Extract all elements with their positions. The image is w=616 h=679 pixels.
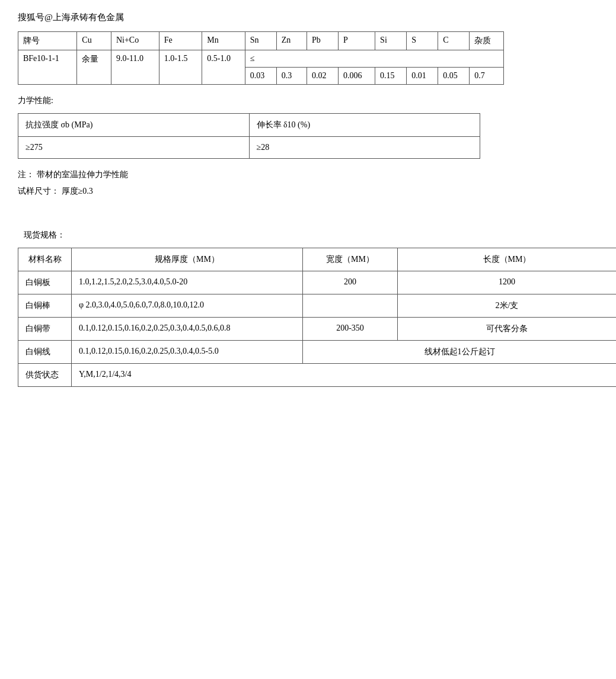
col-header-impurity: 杂质 [470, 32, 504, 50]
inventory-table: 材料名称 规格厚度（MM） 宽度（MM） 长度（MM） 白铜板 1.0,1.2,… [18, 248, 616, 387]
col-header-p: P [339, 32, 375, 50]
note2: 试样尺寸： 厚度≥0.3 [18, 186, 598, 197]
col-header-zn: Zn [276, 32, 307, 50]
s-val-cell: 0.01 [407, 68, 438, 85]
ni-cell: 9.0-11.0 [111, 50, 159, 85]
inventory-section-label: 现货规格： [24, 230, 598, 241]
comp-data-row-top: BFe10-1-1 余量 9.0-11.0 1.0-1.5 0.5-1.0 ≤ [18, 50, 504, 68]
inv-row-2-spec: 0.1,0.12,0.15,0.16,0.2,0.25,0.3,0.4,0.5,… [72, 318, 303, 341]
inv-row-4-name: 供货状态 [18, 364, 72, 387]
inv-col3-header: 宽度（MM） [303, 248, 398, 271]
inv-row-4-spec: Y,M,1/2,1/4,3/4 [72, 364, 617, 387]
composition-table: 牌号 Cu Ni+Co Fe Mn Sn Zn Pb P Si S C 杂质 B… [18, 31, 504, 85]
inv-col2-header: 规格厚度（MM） [72, 248, 303, 271]
mech-value-row: ≥275 ≥28 [18, 137, 480, 159]
inv-row-0-length: 1200 [398, 271, 617, 294]
inv-row-0-spec: 1.0,1.2,1.5,2.0,2.5,3.0,4.0,5.0-20 [72, 271, 303, 294]
fe-cell: 1.0-1.5 [159, 50, 202, 85]
col-header-cu: Cu [77, 32, 111, 50]
inv-row-1-width [303, 294, 398, 318]
p-val-cell: 0.006 [339, 68, 375, 85]
inv-row-1-name: 白铜棒 [18, 294, 72, 318]
c-val-cell: 0.05 [438, 68, 470, 85]
col-header-fe: Fe [159, 32, 202, 50]
comp-header-row: 牌号 Cu Ni+Co Fe Mn Sn Zn Pb P Si S C 杂质 [18, 32, 504, 50]
col-header-nico: Ni+Co [111, 32, 159, 50]
col-header-brand: 牌号 [18, 32, 77, 50]
mech-col1-header: 抗拉强度 σb (MPa) [18, 114, 250, 137]
inv-row-4: 供货状态 Y,M,1/2,1/4,3/4 [18, 364, 617, 387]
inv-row-3-width: 线材低起1公斤起订 [303, 341, 617, 364]
col-header-c: C [438, 32, 470, 50]
brand-cell: BFe10-1-1 [18, 50, 77, 85]
mech-col2-header: 伸长率 δ10 (%) [249, 114, 480, 137]
sn-val-cell: 0.03 [245, 68, 276, 85]
inv-row-2-width: 200-350 [303, 318, 398, 341]
inv-row-2-name: 白铜带 [18, 318, 72, 341]
impurity-val-cell: 0.7 [470, 68, 504, 85]
inv-row-1-spec: φ 2.0,3.0,4.0,5.0,6.0,7.0,8.0,10.0,12.0 [72, 294, 303, 318]
le-symbol-cell: ≤ [245, 50, 503, 68]
inv-row-0-name: 白铜板 [18, 271, 72, 294]
inv-row-3: 白铜线 0.1,0.12,0.15,0.16,0.2,0.25,0.3,0.4,… [18, 341, 617, 364]
col-header-mn: Mn [202, 32, 245, 50]
si-val-cell: 0.15 [375, 68, 407, 85]
inv-col4-header: 长度（MM） [398, 248, 617, 271]
inv-row-2-length: 可代客分条 [398, 318, 617, 341]
mechanical-section-label: 力学性能: [18, 95, 598, 106]
mech-col2-val: ≥28 [249, 137, 480, 159]
inv-row-1-length: 2米/支 [398, 294, 617, 318]
cu-cell: 余量 [77, 50, 111, 85]
mech-col1-val: ≥275 [18, 137, 250, 159]
mechanical-table: 抗拉强度 σb (MPa) 伸长率 δ10 (%) ≥275 ≥28 [18, 113, 480, 159]
mn-cell: 0.5-1.0 [202, 50, 245, 85]
pb-val-cell: 0.02 [307, 68, 338, 85]
inv-row-3-name: 白铜线 [18, 341, 72, 364]
note1: 注： 带材的室温拉伸力学性能 [18, 169, 598, 180]
inv-row-0: 白铜板 1.0,1.2,1.5,2.0,2.5,3.0,4.0,5.0-20 2… [18, 271, 617, 294]
inv-row-2: 白铜带 0.1,0.12,0.15,0.16,0.2,0.25,0.3,0.4,… [18, 318, 617, 341]
col-header-sn: Sn [245, 32, 276, 50]
col-header-s: S [407, 32, 438, 50]
mech-header-row: 抗拉强度 σb (MPa) 伸长率 δ10 (%) [18, 114, 480, 137]
inv-row-3-spec: 0.1,0.12,0.15,0.16,0.2,0.25,0.3,0.4,0.5-… [72, 341, 303, 364]
col-header-si: Si [375, 32, 407, 50]
inv-header-row: 材料名称 规格厚度（MM） 宽度（MM） 长度（MM） [18, 248, 617, 271]
page-header: 搜狐号@上海承铸有色金属 [18, 12, 598, 23]
inv-row-0-width: 200 [303, 271, 398, 294]
col-header-pb: Pb [307, 32, 338, 50]
inv-row-1: 白铜棒 φ 2.0,3.0,4.0,5.0,6.0,7.0,8.0,10.0,1… [18, 294, 617, 318]
spacer [18, 200, 598, 230]
inv-col1-header: 材料名称 [18, 248, 72, 271]
zn-val-cell: 0.3 [276, 68, 307, 85]
